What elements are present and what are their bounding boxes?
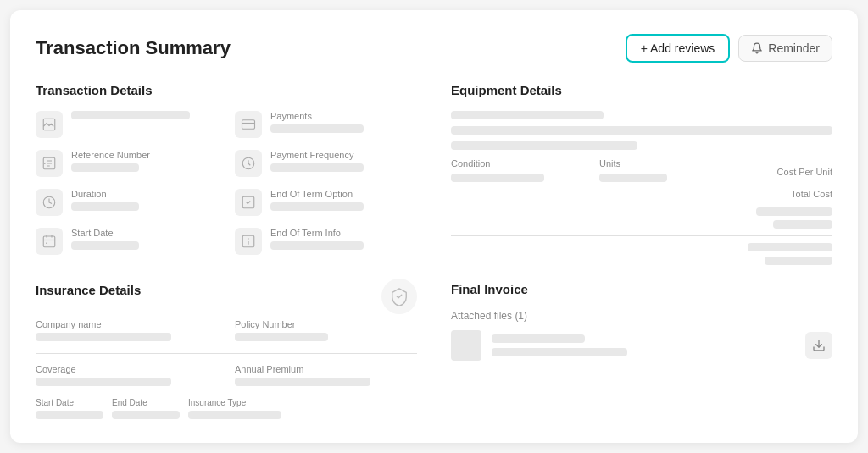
equipment-columns-header: Condition Units Cost Per Unit (451, 158, 832, 182)
insurance-row-1: Company name Policy Number (36, 319, 417, 341)
ins-end-date-item: End Date (112, 398, 180, 419)
end-info-icon (235, 228, 262, 255)
td-skeleton-1 (71, 111, 190, 119)
reminder-button[interactable]: Reminder (738, 35, 832, 62)
total-cost-label: Total Cost (748, 189, 832, 199)
eq-skeleton-1 (451, 111, 604, 119)
annual-premium-label: Annual Premium (235, 364, 417, 374)
end-info-label: End Of Term Info (270, 228, 417, 238)
end-term-icon (235, 189, 262, 216)
eq-right-2 (773, 220, 832, 229)
insurance-row-2: Coverage Annual Premium (36, 364, 417, 386)
equipment-title: Equipment Details (451, 83, 832, 97)
duration-skeleton (71, 202, 139, 211)
company-name-item: Company name (36, 319, 218, 341)
page-header: Transaction Summary + Add reviews Remind… (36, 34, 832, 63)
td-item-start-date: Start Date (36, 228, 218, 255)
add-reviews-button[interactable]: + Add reviews (626, 34, 731, 63)
final-invoice-section: Final Invoice Attached files (1) (451, 282, 832, 361)
svg-rect-8 (43, 236, 55, 247)
policy-number-item: Policy Number (235, 319, 417, 341)
file-size-skeleton (492, 348, 627, 356)
ins-start-date-item: Start Date (36, 398, 103, 419)
start-date-skeleton (71, 241, 139, 250)
policy-number-skeleton (235, 333, 328, 341)
ins-end-date-skeleton (112, 411, 180, 419)
svg-rect-1 (242, 120, 255, 130)
ins-end-date-label: End Date (112, 398, 180, 407)
cost-per-unit-label: Cost Per Unit (748, 167, 832, 177)
condition-col: Condition (451, 158, 599, 182)
bell-icon (751, 42, 763, 54)
td-item-frequency: Payment Frequency (235, 150, 417, 177)
company-name-label: Company name (36, 319, 218, 329)
insurance-divider-1 (36, 353, 417, 354)
start-date-label: Start Date (71, 228, 218, 238)
eq-skeleton-2 (451, 126, 832, 135)
ins-start-date-skeleton (36, 411, 103, 419)
equipment-totals (451, 243, 832, 265)
transaction-details-title: Transaction Details (36, 83, 417, 97)
duration-label: Duration (71, 189, 218, 199)
main-content: Transaction Details (36, 83, 832, 419)
duration-icon (36, 189, 63, 216)
file-row (451, 330, 832, 361)
cost-per-unit-col: Cost Per Unit (748, 167, 832, 182)
payments-label: Payments (270, 111, 417, 121)
units-skeleton (599, 174, 667, 182)
end-info-skeleton (270, 241, 364, 250)
policy-number-label: Policy Number (235, 319, 417, 329)
ins-type-label: Insurance Type (188, 398, 281, 407)
payments-skeleton (270, 124, 364, 133)
total-cost-row: Total Cost (451, 189, 832, 204)
td-item-payments: Payments (235, 111, 417, 138)
header-actions: + Add reviews Reminder (626, 34, 832, 63)
transaction-details-grid: Payments Reference Number (36, 111, 417, 255)
units-col: Units (599, 158, 748, 182)
ins-start-date-label: Start Date (36, 398, 103, 407)
eq-right-1 (756, 207, 832, 216)
company-name-skeleton (36, 333, 171, 341)
coverage-label: Coverage (36, 364, 218, 374)
final-invoice-title: Final Invoice (451, 282, 832, 296)
page-title: Transaction Summary (36, 37, 231, 59)
svg-point-13 (248, 238, 249, 240)
td-item-image (36, 111, 218, 138)
file-info (492, 334, 795, 356)
td-item-reference: Reference Number (36, 150, 218, 177)
ins-type-skeleton (188, 411, 281, 419)
insurance-title: Insurance Details (36, 283, 141, 297)
insurance-badge-icon (381, 279, 417, 314)
condition-col-label: Condition (451, 158, 599, 168)
coverage-skeleton (36, 378, 171, 386)
eq-skeleton-3 (451, 141, 637, 150)
attached-files-label: Attached files (1) (451, 310, 832, 322)
reference-skeleton (71, 163, 139, 172)
annual-premium-item: Annual Premium (235, 364, 417, 386)
end-term-skeleton (270, 202, 364, 211)
file-name-skeleton (492, 334, 585, 343)
td-item-end-term: End Of Term Option (235, 189, 417, 216)
equipment-divider (451, 235, 832, 236)
td-item-duration: Duration (36, 189, 218, 216)
right-panel: Equipment Details Condition Units (451, 83, 832, 419)
payments-icon (235, 111, 262, 138)
left-panel: Transaction Details (36, 83, 417, 419)
transaction-summary-card: Transaction Summary + Add reviews Remind… (10, 10, 858, 443)
td-item-end-info: End Of Term Info (235, 228, 417, 255)
annual-premium-skeleton (235, 378, 370, 386)
equipment-details-section: Equipment Details Condition Units (451, 83, 832, 265)
frequency-label: Payment Frequency (270, 150, 417, 160)
end-term-label: End Of Term Option (270, 189, 417, 199)
insurance-header: Insurance Details (36, 279, 417, 314)
equipment-header-skeletons (451, 111, 832, 150)
download-button[interactable] (805, 332, 832, 359)
eq-total-1 (748, 243, 832, 251)
file-thumbnail (451, 330, 481, 361)
frequency-skeleton (270, 163, 364, 172)
eq-total-2 (765, 257, 832, 265)
equipment-right-skeletons (451, 207, 832, 229)
transaction-details-section: Transaction Details (36, 83, 417, 255)
condition-skeleton (451, 174, 544, 182)
ins-type-item: Insurance Type (188, 398, 281, 419)
